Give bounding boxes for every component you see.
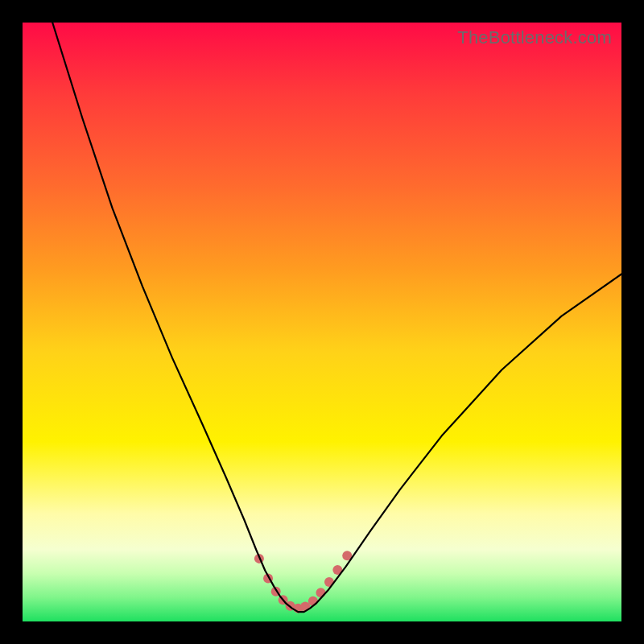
plot-area: TheBottleneck.com (23, 23, 621, 621)
chart-stage: TheBottleneck.com (0, 0, 644, 644)
chart-svg (23, 23, 621, 621)
marker-group (254, 551, 352, 613)
bottleneck-curve (52, 23, 621, 612)
marker-dot (316, 588, 326, 597)
marker-dot (308, 597, 318, 606)
